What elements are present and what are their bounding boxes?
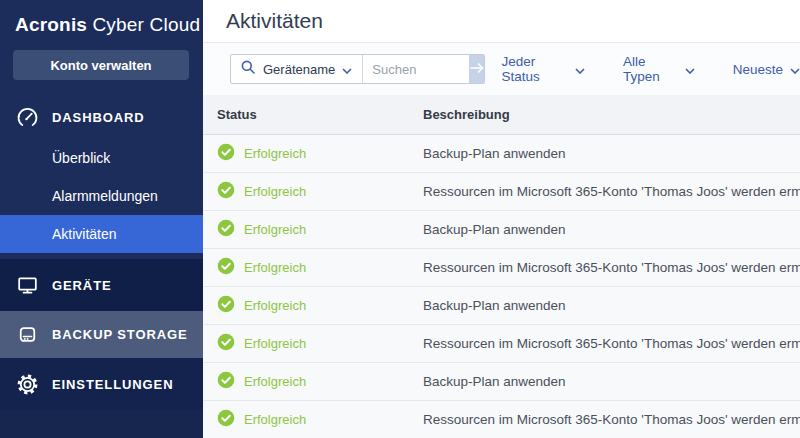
status-cell: Erfolgreich — [217, 295, 423, 317]
status-label: Erfolgreich — [244, 260, 306, 275]
status-label: Erfolgreich — [244, 336, 306, 351]
sidebar-filler — [0, 410, 203, 438]
sidebar-top-section: Acronis Cyber Cloud Konto verwalten DASH… — [0, 0, 203, 259]
monitor-icon — [14, 273, 40, 298]
search-icon — [240, 59, 256, 79]
sidebar-item-label: Überblick — [52, 150, 110, 166]
status-cell: Erfolgreich — [217, 371, 423, 393]
search-input[interactable] — [362, 55, 469, 83]
table-row[interactable]: Erfolgreich Ressourcen im Microsoft 365-… — [203, 401, 800, 438]
sidebar-item-backup-storage[interactable]: BACKUP STORAGE — [0, 311, 203, 358]
status-label: Erfolgreich — [244, 184, 306, 199]
sidebar-item-alarmmeldungen[interactable]: Alarmmeldungen — [0, 177, 203, 215]
table-row[interactable]: Erfolgreich Backup-Plan anwenden — [203, 135, 800, 173]
table-body: Erfolgreich Backup-Plan anwenden — [203, 135, 800, 438]
table-row[interactable]: Erfolgreich Backup-Plan anwenden — [203, 363, 800, 401]
description-cell: Ressourcen im Microsoft 365-Konto 'Thoma… — [423, 184, 800, 199]
status-cell: Erfolgreich — [217, 219, 423, 241]
table-header-row: Status Beschreibung — [203, 95, 800, 135]
logo-brand-light: Cyber Cloud — [92, 14, 200, 35]
logo-brand-bold: Acronis — [15, 14, 87, 35]
search-category-value: Gerätename — [263, 62, 335, 77]
check-circle-icon — [217, 371, 235, 393]
filter-sort-dropdown[interactable]: Neueste — [733, 54, 800, 84]
description-cell: Backup-Plan anwenden — [423, 298, 800, 313]
table-row[interactable]: Erfolgreich Ressourcen im Microsoft 365-… — [203, 325, 800, 363]
status-label: Erfolgreich — [244, 374, 306, 389]
chevron-down-icon — [342, 60, 352, 78]
table-row[interactable]: Erfolgreich Backup-Plan anwenden — [203, 287, 800, 325]
status-cell: Erfolgreich — [217, 257, 423, 279]
manage-account-button[interactable]: Konto verwalten — [13, 50, 189, 80]
sidebar: Acronis Cyber Cloud Konto verwalten DASH… — [0, 0, 203, 438]
sidebar-item-ueberblick[interactable]: Überblick — [0, 139, 203, 177]
toolbar: Gerätename — [203, 43, 800, 95]
status-label: Erfolgreich — [244, 222, 306, 237]
description-cell: Ressourcen im Microsoft 365-Konto 'Thoma… — [423, 412, 800, 427]
table-row[interactable]: Erfolgreich Backup-Plan anwenden — [203, 211, 800, 249]
search-group: Gerätename — [230, 54, 485, 84]
status-label: Erfolgreich — [244, 298, 306, 313]
status-cell: Erfolgreich — [217, 409, 423, 431]
check-circle-icon — [217, 409, 235, 431]
check-circle-icon — [217, 219, 235, 241]
description-cell: Backup-Plan anwenden — [423, 222, 800, 237]
status-label: Erfolgreich — [244, 412, 306, 427]
description-cell: Ressourcen im Microsoft 365-Konto 'Thoma… — [423, 260, 800, 275]
search-submit-button[interactable] — [469, 55, 484, 83]
filter-bar: Jeder Status Alle Typen Neueste — [502, 54, 800, 84]
page-title: Aktivitäten — [226, 9, 323, 33]
column-header-status: Status — [217, 107, 423, 122]
sidebar-item-label: DASHBOARD — [52, 110, 145, 125]
check-circle-icon — [217, 181, 235, 203]
filter-label: Alle Typen — [623, 54, 678, 84]
sidebar-item-label: Aktivitäten — [52, 226, 117, 242]
chevron-down-icon — [790, 60, 800, 78]
sidebar-item-geraete[interactable]: GERÄTE — [0, 259, 203, 311]
gauge-icon — [14, 105, 40, 130]
sidebar-item-label: GERÄTE — [52, 278, 112, 293]
acronis-logo: Acronis Cyber Cloud — [0, 0, 203, 38]
filter-type-dropdown[interactable]: Alle Typen — [623, 54, 695, 84]
description-cell: Backup-Plan anwenden — [423, 374, 800, 389]
description-cell: Ressourcen im Microsoft 365-Konto 'Thoma… — [423, 336, 800, 351]
filter-label: Jeder Status — [502, 54, 568, 84]
check-circle-icon — [217, 333, 235, 355]
table-row[interactable]: Erfolgreich Ressourcen im Microsoft 365-… — [203, 249, 800, 287]
status-cell: Erfolgreich — [217, 333, 423, 355]
check-circle-icon — [217, 257, 235, 279]
sidebar-item-label: BACKUP STORAGE — [52, 327, 188, 342]
table-row[interactable]: Erfolgreich Ressourcen im Microsoft 365-… — [203, 173, 800, 211]
description-cell: Backup-Plan anwenden — [423, 146, 800, 161]
status-label: Erfolgreich — [244, 146, 306, 161]
check-circle-icon — [217, 295, 235, 317]
search-category-select[interactable]: Gerätename — [231, 55, 362, 83]
sidebar-item-label: EINSTELLUNGEN — [52, 377, 173, 392]
status-cell: Erfolgreich — [217, 143, 423, 165]
sidebar-item-label: Alarmmeldungen — [52, 188, 158, 204]
page-header: Aktivitäten — [203, 0, 800, 43]
app-window: Acronis Cyber Cloud Konto verwalten DASH… — [0, 0, 800, 438]
filter-label: Neueste — [733, 62, 783, 77]
chevron-down-icon — [575, 60, 585, 78]
filter-status-dropdown[interactable]: Jeder Status — [502, 54, 585, 84]
gear-icon — [14, 372, 40, 397]
chevron-down-icon — [685, 60, 695, 78]
column-header-beschreibung: Beschreibung — [423, 107, 800, 122]
activities-table: Status Beschreibung E — [203, 95, 800, 438]
drive-icon — [14, 322, 40, 347]
sidebar-item-dashboard[interactable]: DASHBOARD — [0, 95, 203, 139]
check-circle-icon — [217, 143, 235, 165]
sidebar-item-einstellungen[interactable]: EINSTELLUNGEN — [0, 358, 203, 410]
arrow-right-icon — [469, 62, 484, 77]
sidebar-item-aktivitaeten[interactable]: Aktivitäten — [0, 215, 203, 253]
main-panel: Aktivitäten Gerätename — [203, 0, 800, 438]
status-cell: Erfolgreich — [217, 181, 423, 203]
